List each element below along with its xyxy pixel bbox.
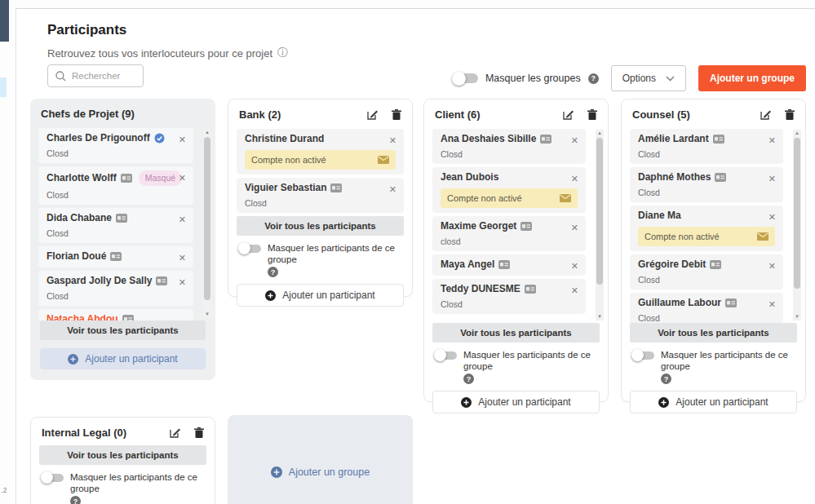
participant-row[interactable]: Charlotte Wolff Masqué Closd ✕ xyxy=(38,166,193,205)
company-badge-icon xyxy=(713,135,724,144)
remove-participant-icon[interactable]: ✕ xyxy=(571,261,578,272)
hide-group-toggle[interactable] xyxy=(41,471,64,484)
participant-name: Guillaume Labour xyxy=(638,297,721,309)
edit-group-icon[interactable] xyxy=(760,109,771,120)
hide-group-control: Masquer les participants de ce groupe ? xyxy=(41,471,205,504)
participant-company: Closd xyxy=(638,275,764,285)
remove-participant-icon[interactable]: ✕ xyxy=(571,174,578,184)
remove-participant-icon[interactable]: ✕ xyxy=(571,135,578,146)
participant-company: Closd xyxy=(638,149,764,159)
scrollbar[interactable]: ▲ ▼ xyxy=(596,130,604,321)
scrollbar[interactable]: ▲ ▼ xyxy=(203,129,211,318)
participant-row[interactable]: Amélie Lardant Closd ✕ xyxy=(630,129,783,164)
view-all-participants-button[interactable]: Voir tous les participants xyxy=(39,445,206,465)
group-header: Chefs de Projet (9) xyxy=(30,99,215,126)
view-all-participants-button[interactable]: Voir tous les participants xyxy=(432,323,600,343)
remove-participant-icon[interactable]: ✕ xyxy=(571,223,578,233)
remove-participant-icon[interactable]: ✕ xyxy=(389,184,396,195)
participant-row[interactable]: Charles De Prigounoff Closd ✕ xyxy=(38,128,193,163)
delete-group-icon[interactable] xyxy=(392,109,401,120)
participants-panel: Participants Retrouvez tous vos interloc… xyxy=(16,8,815,504)
company-badge-icon xyxy=(540,135,551,144)
edit-group-icon[interactable] xyxy=(170,427,180,438)
remove-participant-icon[interactable]: ✕ xyxy=(179,214,186,225)
delete-group-icon[interactable] xyxy=(194,427,204,438)
add-participant-button[interactable]: Ajouter un participant xyxy=(40,348,206,369)
edit-group-icon[interactable] xyxy=(563,109,574,120)
participant-company: Closd xyxy=(47,228,174,238)
scrollbar[interactable]: ▲ ▼ xyxy=(793,130,801,321)
participant-name: Viguier Sebastian xyxy=(245,182,326,194)
scroll-down-icon[interactable]: ▼ xyxy=(793,313,801,321)
remove-participant-icon[interactable]: ✕ xyxy=(768,212,776,223)
hide-group-toggle[interactable] xyxy=(434,349,457,361)
add-participant-button[interactable]: Ajouter un participant xyxy=(237,284,404,307)
scroll-down-icon[interactable]: ▼ xyxy=(203,311,211,318)
remove-participant-icon[interactable]: ✕ xyxy=(768,174,776,184)
participant-name: Florian Doué xyxy=(47,250,106,263)
scroll-up-icon[interactable]: ▲ xyxy=(596,130,604,137)
remove-participant-icon[interactable]: ✕ xyxy=(768,261,776,272)
group-header: Client (6) xyxy=(424,99,608,127)
company-badge-icon xyxy=(121,174,132,183)
envelope-icon[interactable] xyxy=(757,232,768,241)
participant-company: Closd xyxy=(441,299,566,309)
add-participant-button[interactable]: Ajouter un participant xyxy=(432,391,600,413)
view-all-participants-button[interactable]: Voir tous les participants xyxy=(237,216,404,236)
remove-participant-icon[interactable]: ✕ xyxy=(179,253,186,263)
hide-group-toggle[interactable] xyxy=(631,349,654,361)
participant-row[interactable]: Daphné Mothes Closd ✕ xyxy=(630,167,783,202)
participant-row[interactable]: Viguier Sebastian Closd ✕ xyxy=(237,178,404,213)
participant-row[interactable]: Teddy DUNESME Closd ✕ xyxy=(432,279,586,314)
participant-row[interactable]: Gaspard Jolly De Sally Closd ✕ xyxy=(38,271,193,306)
participant-company: Closd xyxy=(638,313,764,323)
participant-name: Jean Dubois xyxy=(441,171,498,183)
add-group-zone[interactable]: Ajouter un groupe xyxy=(228,415,413,504)
participant-name: Daphné Mothes xyxy=(638,171,711,183)
participant-company: Closd xyxy=(47,291,174,301)
delete-group-icon[interactable] xyxy=(587,109,597,120)
help-icon[interactable]: ? xyxy=(463,374,474,384)
remove-participant-icon[interactable]: ✕ xyxy=(179,277,186,288)
view-all-participants-button[interactable]: Voir tous les participants xyxy=(40,321,206,340)
participant-row[interactable]: Guillaume Labour Closd ✕ xyxy=(630,293,783,323)
remove-participant-icon[interactable]: ✕ xyxy=(179,173,186,183)
scroll-down-icon[interactable]: ▼ xyxy=(596,313,604,321)
scroll-up-icon[interactable]: ▲ xyxy=(793,130,801,137)
participant-row[interactable]: Ana Deshaies Sibille Closd ✕ xyxy=(432,129,586,164)
participant-row[interactable]: Grégoire Debit Closd ✕ xyxy=(630,254,783,290)
participant-row[interactable]: Jean Dubois ✕ Compte non activé xyxy=(432,167,586,213)
group-header: Bank (2) xyxy=(228,99,412,127)
remove-participant-icon[interactable]: ✕ xyxy=(389,135,396,146)
participant-row[interactable]: Christine Durand ✕ Compte non activé xyxy=(237,129,404,175)
remove-participant-icon[interactable]: ✕ xyxy=(768,135,776,146)
participant-name: Charlotte Wolff xyxy=(47,172,117,184)
view-all-participants-button[interactable]: Voir tous les participants xyxy=(630,323,797,343)
scrollbar-thumb[interactable] xyxy=(794,138,800,289)
hide-group-toggle[interactable] xyxy=(238,242,261,254)
help-icon[interactable]: ? xyxy=(661,374,671,384)
add-participant-button[interactable]: Ajouter un participant xyxy=(630,391,797,413)
participant-row[interactable]: Maya Angel ✕ xyxy=(432,254,586,276)
delete-group-icon[interactable] xyxy=(785,109,795,120)
participant-row[interactable]: Maxime Georget closd ✕ xyxy=(432,216,586,251)
remove-participant-icon[interactable]: ✕ xyxy=(179,135,186,145)
participant-row[interactable]: Natacha Abdou xyxy=(38,309,193,321)
edit-group-icon[interactable] xyxy=(367,109,378,120)
envelope-icon[interactable] xyxy=(378,156,389,164)
scroll-up-icon[interactable]: ▲ xyxy=(203,129,211,136)
scrollbar-thumb[interactable] xyxy=(596,138,603,285)
participant-row[interactable]: Dida Chabane Closd ✕ xyxy=(38,208,193,243)
remove-participant-icon[interactable]: ✕ xyxy=(571,285,578,296)
help-icon[interactable]: ? xyxy=(268,267,278,277)
participant-list: Charles De Prigounoff Closd ✕ Charlotte … xyxy=(30,126,215,321)
group-card-internal-legal: Internal Legal (0) Voir tous les p xyxy=(30,417,215,504)
participant-name: Grégoire Debit xyxy=(638,259,706,271)
participant-row[interactable]: Florian Doué ✕ xyxy=(38,246,193,267)
help-icon[interactable]: ? xyxy=(70,496,81,504)
scrollbar-thumb[interactable] xyxy=(204,137,210,300)
participant-name: Dida Chabane xyxy=(47,212,112,224)
remove-participant-icon[interactable]: ✕ xyxy=(768,299,776,310)
participant-row[interactable]: Diane Ma ✕ Compte non activé xyxy=(630,206,783,251)
envelope-icon[interactable] xyxy=(560,194,571,202)
